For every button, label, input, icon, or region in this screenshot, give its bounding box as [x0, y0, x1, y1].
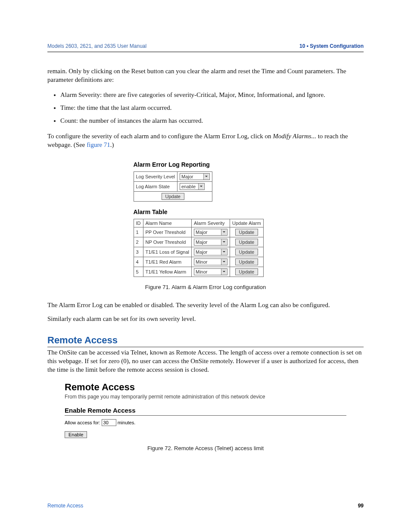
header-left: Models 2603, 2621, and 2635 User Manual [47, 43, 146, 49]
alarm-table-heading: Alarm Table [134, 208, 278, 215]
allow-access-pre: Allow access for: [65, 420, 100, 425]
alarm-id: 3 [134, 247, 143, 257]
text: .) [110, 141, 114, 148]
table-row: 1PP Over ThresholdMajorUpdate [134, 227, 263, 237]
figure-71-caption: Figure 71. Alarm & Alarm Error Log confi… [47, 284, 364, 290]
enable-remote-access-heading: Enable Remote Access [65, 407, 346, 416]
alarm-id: 2 [134, 237, 143, 247]
update-button[interactable]: Update [235, 268, 258, 275]
footer-section-link[interactable]: Remote Access [47, 503, 83, 509]
alarm-severity-cell: Major [192, 247, 230, 257]
chevron-down-icon [198, 184, 204, 190]
update-cell: Update [230, 267, 264, 277]
text: To configure the severity of each alarm … [47, 133, 273, 140]
update-button[interactable]: Update [235, 239, 258, 246]
intro-paragraph: remain. Only by clicking on the Reset bu… [47, 67, 364, 84]
log-reporting-table: Log Severity Level Major Log Alarm State… [134, 171, 213, 202]
log-severity-level-label: Log Severity Level [134, 172, 177, 182]
update-cell: Update [230, 247, 264, 257]
update-cell: Update [230, 227, 264, 237]
figure-72: Remote Access From this page you may tem… [47, 382, 364, 438]
select-value: Major [181, 174, 193, 179]
chevron-down-icon [203, 174, 209, 180]
alarm-id: 5 [134, 267, 143, 277]
remote-access-paragraph: The OnSite can be accessed via Telnet, k… [47, 348, 364, 374]
alarm-name: T1/E1 Red Alarm [143, 257, 192, 267]
alarm-severity-cell: Minor [192, 267, 230, 277]
remote-access-heading: Remote Access [47, 335, 364, 347]
select-value: Major [196, 249, 208, 255]
alarm-severity-cell: Major [192, 227, 230, 237]
select-value: Major [196, 240, 208, 245]
alarm-severity-select[interactable]: Major [194, 229, 227, 236]
figure-71-link[interactable]: figure 71 [87, 141, 110, 148]
modify-alarms-em: Modify Alarms... [273, 133, 316, 140]
chevron-down-icon [221, 229, 227, 235]
table-row: 3T1/E1 Loss of SignalMajorUpdate [134, 247, 263, 257]
update-button[interactable]: Update [162, 193, 184, 200]
update-button[interactable]: Update [235, 258, 258, 265]
select-value: Minor [196, 259, 208, 264]
alarm-severity-select[interactable]: Minor [194, 268, 227, 275]
allow-access-row: Allow access for: 30 minutes. [65, 419, 346, 426]
page-header: Models 2603, 2621, and 2635 User Manual … [47, 43, 364, 52]
configure-paragraph: To configure the severity of each alarm … [47, 132, 364, 149]
chevron-down-icon [221, 249, 227, 255]
chevron-down-icon [221, 259, 227, 265]
alarm-id: 4 [134, 257, 143, 267]
table-row: 4T1/E1 Red AlarmMinorUpdate [134, 257, 263, 267]
after-fig71-para-b: Similarly each alarm can be set for its … [47, 314, 364, 323]
update-button[interactable]: Update [235, 229, 258, 236]
col-alarm-name: Alarm Name [143, 219, 192, 227]
alarm-name: PP Over Threshold [143, 227, 192, 237]
alarm-severity-select[interactable]: Major [194, 239, 227, 246]
alarm-table: ID Alarm Name Alarm Severity Update Alar… [134, 219, 264, 277]
allow-access-post: minutes. [118, 420, 136, 425]
enable-button[interactable]: Enable [65, 431, 87, 438]
header-right: 10 • System Configuration [299, 43, 364, 49]
bullet-severity: Alarm Severity: there are five categorie… [60, 90, 364, 100]
chevron-down-icon [221, 239, 227, 245]
update-button[interactable]: Update [235, 249, 258, 255]
alarm-name: NP Over Threshold [143, 237, 192, 247]
col-id: ID [134, 219, 143, 227]
page-number: 99 [358, 503, 364, 509]
remote-access-panel-heading: Remote Access [65, 382, 346, 393]
log-severity-level-select[interactable]: Major [180, 173, 210, 180]
update-cell: Update [230, 257, 264, 267]
remote-access-panel-sub: From this page you may temporarily permi… [65, 394, 346, 400]
table-row: 5T1/E1 Yellow AlarmMinorUpdate [134, 267, 263, 277]
figure-72-caption: Figure 72. Remote Access (Telnet) access… [47, 445, 364, 451]
page-footer: Remote Access 99 [47, 503, 364, 509]
after-fig71-para-a: The Alarm Error Log can be enabled or di… [47, 301, 364, 309]
allow-access-minutes-input[interactable]: 30 [102, 419, 116, 426]
alarm-name: T1/E1 Yellow Alarm [143, 267, 192, 277]
table-row: 2NP Over ThresholdMajorUpdate [134, 237, 263, 247]
update-cell: Update [230, 237, 264, 247]
alarm-severity-select[interactable]: Minor [194, 258, 227, 265]
select-value: enable [181, 184, 196, 189]
alarm-id: 1 [134, 227, 143, 237]
alarm-severity-cell: Minor [192, 257, 230, 267]
alarm-name: T1/E1 Loss of Signal [143, 247, 192, 257]
figure-71: Alarm Error Log Reporting Log Severity L… [47, 157, 364, 277]
select-value: Minor [196, 269, 208, 274]
log-alarm-state-select[interactable]: enable [180, 183, 205, 190]
log-alarm-state-label: Log Alarm State [134, 182, 177, 192]
bullet-count: Count: the number of instances the alarm… [60, 115, 364, 126]
alarm-severity-cell: Major [192, 237, 230, 247]
alarm-error-log-heading: Alarm Error Log Reporting [134, 161, 278, 168]
definition-bullets: Alarm Severity: there are five categorie… [47, 90, 364, 126]
col-update-alarm: Update Alarm [230, 219, 264, 227]
bullet-time: Time: the time that the last alarm occur… [60, 103, 364, 113]
col-alarm-severity: Alarm Severity [192, 219, 230, 227]
select-value: Major [196, 230, 208, 235]
alarm-severity-select[interactable]: Major [194, 249, 227, 255]
chevron-down-icon [221, 269, 227, 275]
